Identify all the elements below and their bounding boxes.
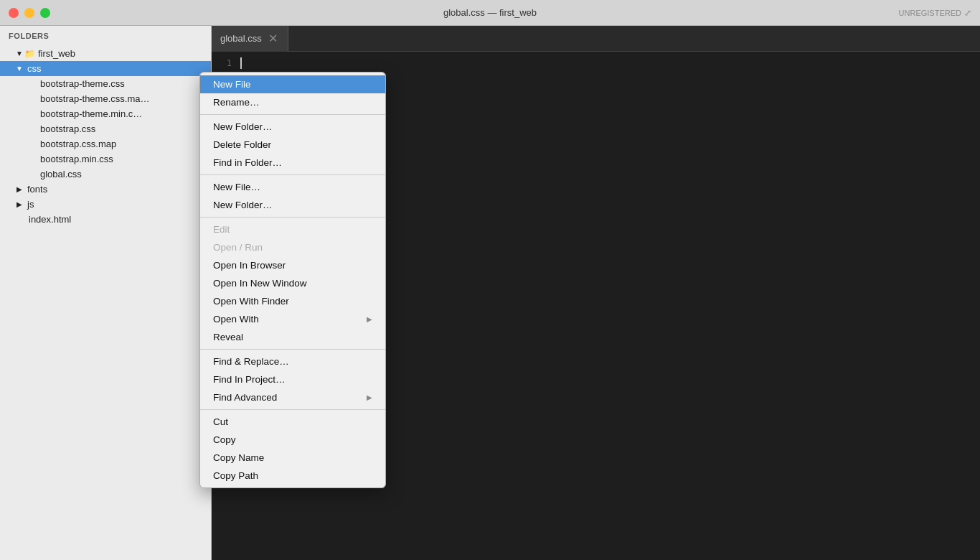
context-menu-item-find-advanced[interactable]: Find Advanced ▶ [200, 388, 385, 406]
fonts-label: fonts [27, 184, 47, 195]
sidebar-item-bootstrap-css-map[interactable]: bootstrap.css.map [0, 136, 211, 151]
window-title: global.css — first_web [443, 7, 537, 18]
menu-item-label: Cut [213, 416, 228, 427]
file-label: bootstrap-theme.css [40, 78, 125, 89]
file-label: bootstrap.min.css [40, 154, 113, 164]
menu-item-label: Find in Folder… [213, 157, 282, 168]
sidebar-item-global-css[interactable]: global.css [0, 167, 211, 182]
sidebar-item-bootstrap-theme-css[interactable]: bootstrap-theme.css [0, 76, 211, 91]
close-icon[interactable]: ✕ [268, 33, 279, 45]
sidebar: FOLDERS ▼ 📁 first_web ▼ css bootstrap-th… [0, 26, 212, 560]
submenu-arrow-icon: ▶ [367, 393, 372, 401]
menu-item-label: Find Advanced [213, 392, 277, 403]
line-number: 1 [212, 58, 240, 68]
sidebar-item-fonts[interactable]: ▶ fonts [0, 182, 211, 197]
file-label: index.html [29, 214, 71, 225]
context-menu-item-open-with[interactable]: Open With ▶ [200, 310, 385, 328]
menu-divider-3 [200, 217, 385, 218]
first-web-label: first_web [38, 48, 75, 59]
context-menu-item-copy[interactable]: Copy [200, 431, 385, 449]
context-menu-item-find-replace[interactable]: Find & Replace… [200, 353, 385, 370]
context-menu-item-rename[interactable]: Rename… [200, 93, 385, 111]
context-menu-item-open-with-finder[interactable]: Open With Finder [200, 292, 385, 310]
menu-divider-4 [200, 349, 385, 350]
cursor [240, 57, 242, 69]
sidebar-item-bootstrap-css[interactable]: bootstrap.css [0, 121, 211, 136]
window-controls [9, 8, 50, 18]
menu-item-label: Reveal [213, 332, 243, 342]
submenu-arrow-icon: ▶ [367, 315, 372, 323]
context-menu-item-find-in-project[interactable]: Find In Project… [200, 370, 385, 388]
context-menu-item-edit: Edit [200, 220, 385, 238]
file-label: bootstrap-theme.css.ma… [40, 93, 149, 104]
menu-item-label: New Folder… [213, 121, 273, 132]
chevron-down-icon: ▼ [14, 64, 24, 74]
menu-item-label: Find In Project… [213, 374, 286, 385]
unregistered-badge: UNREGISTERED ⤢ [899, 8, 971, 18]
file-label: global.css [40, 169, 82, 179]
menu-item-label: Delete Folder [213, 139, 271, 150]
css-label: css [27, 63, 42, 74]
sidebar-item-js[interactable]: ▶ js [0, 197, 211, 212]
menu-divider-1 [200, 114, 385, 115]
context-menu-item-new-folder-2[interactable]: New Folder… [200, 196, 385, 214]
context-menu: New File Rename… New Folder… Delete Fold… [199, 72, 386, 488]
menu-item-label: Copy Name [213, 452, 264, 463]
resize-icon: ⤢ [964, 8, 971, 18]
file-label: bootstrap-theme.min.c… [40, 108, 142, 119]
context-menu-item-delete-folder[interactable]: Delete Folder [200, 136, 385, 154]
menu-item-label: Copy [213, 434, 236, 445]
context-menu-item-reveal[interactable]: Reveal [200, 328, 385, 346]
context-menu-item-copy-name[interactable]: Copy Name [200, 449, 385, 467]
chevron-down-icon: ▼ [14, 49, 24, 59]
context-menu-item-copy-path[interactable]: Copy Path [200, 467, 385, 485]
maximize-button[interactable] [40, 8, 50, 18]
file-label: bootstrap.css [40, 123, 95, 134]
sidebar-item-first-web[interactable]: ▼ 📁 first_web [0, 46, 211, 61]
tab-bar: global.css ✕ [212, 26, 980, 52]
context-menu-item-find-in-folder[interactable]: Find in Folder… [200, 154, 385, 172]
sidebar-item-index-html[interactable]: index.html [0, 212, 211, 227]
menu-item-label: Open With Finder [213, 296, 289, 307]
menu-divider-2 [200, 174, 385, 175]
menu-item-label: New Folder… [213, 200, 273, 210]
menu-divider-5 [200, 409, 385, 410]
menu-item-label: Copy Path [213, 470, 258, 481]
menu-item-label: Open In New Window [213, 278, 307, 289]
tab-label: global.css [220, 33, 262, 44]
context-menu-item-new-folder[interactable]: New Folder… [200, 118, 385, 136]
menu-item-label: Open With [213, 314, 259, 325]
context-menu-item-open-in-browser[interactable]: Open In Browser [200, 256, 385, 274]
title-bar: global.css — first_web UNREGISTERED ⤢ [0, 0, 980, 26]
menu-item-label: Open / Run [213, 242, 263, 253]
file-label: bootstrap.css.map [40, 139, 116, 149]
menu-item-label: Find & Replace… [213, 356, 289, 367]
menu-item-label: New File [213, 79, 251, 90]
sidebar-item-css[interactable]: ▼ css [0, 61, 211, 76]
context-menu-item-open-run: Open / Run [200, 238, 385, 256]
sidebar-item-bootstrap-min[interactable]: bootstrap.min.css [0, 151, 211, 167]
minimize-button[interactable] [24, 8, 34, 18]
chevron-right-icon: ▶ [14, 200, 24, 210]
close-button[interactable] [9, 8, 19, 18]
context-menu-item-new-file-2[interactable]: New File… [200, 178, 385, 196]
menu-item-label: Edit [213, 224, 230, 235]
menu-item-label: New File… [213, 182, 260, 192]
folders-header: FOLDERS [0, 26, 211, 46]
unregistered-label: UNREGISTERED [899, 9, 961, 17]
sidebar-item-bootstrap-theme-min[interactable]: bootstrap-theme.min.c… [0, 106, 211, 121]
menu-item-label: Open In Browser [213, 260, 286, 271]
context-menu-item-open-in-new-window[interactable]: Open In New Window [200, 274, 385, 292]
folder-icon: 📁 [24, 49, 35, 59]
tab-global-css[interactable]: global.css ✕ [212, 26, 288, 52]
main-layout: FOLDERS ▼ 📁 first_web ▼ css bootstrap-th… [0, 26, 980, 560]
js-label: js [27, 199, 34, 210]
sidebar-item-bootstrap-theme-map[interactable]: bootstrap-theme.css.ma… [0, 91, 211, 106]
context-menu-item-cut[interactable]: Cut [200, 413, 385, 431]
menu-item-label: Rename… [213, 97, 260, 108]
editor-line-1: 1 [212, 57, 980, 69]
chevron-right-icon: ▶ [14, 185, 24, 195]
context-menu-item-new-file[interactable]: New File [200, 75, 385, 93]
